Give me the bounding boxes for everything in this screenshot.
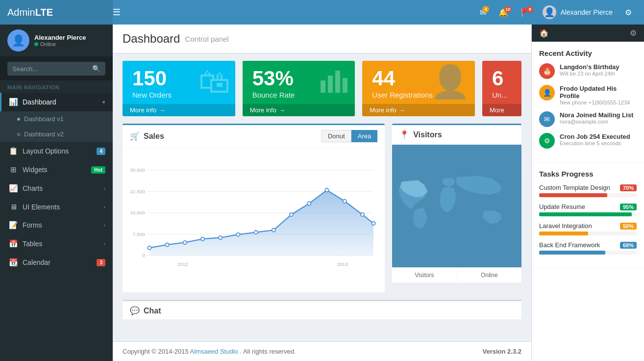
sidebar-status: Online xyxy=(34,41,86,47)
activity-birthday-sub: Will be 23 on April 24th xyxy=(560,71,637,77)
task-laravel-badge: 50% xyxy=(620,223,637,230)
info-box-reg-content: 44 User Registrations xyxy=(372,68,432,99)
svg-point-26 xyxy=(343,200,347,203)
sidebar-menu: 📊 Dashboard ▾ Dashboard v1 Dashboard v2 xyxy=(0,93,113,272)
visitors-map-box: 📍 Visitors xyxy=(392,124,521,283)
brand: AdminLTE xyxy=(0,0,113,25)
svg-point-21 xyxy=(254,231,257,234)
sidebar-label-dashboard: Dashboard xyxy=(23,98,98,106)
vis-number: 6 xyxy=(492,68,508,89)
page-title: Dashboard xyxy=(123,32,180,46)
gear-icon: ⚙ xyxy=(625,8,632,17)
messages-button[interactable]: ✉ 4 xyxy=(475,4,491,21)
chat-header: 💬 Chat xyxy=(123,301,521,319)
arrow-right-icon: → xyxy=(399,106,405,114)
cart-icon: 🛒 xyxy=(130,131,140,141)
visitors-map-header: 📍 Visitors xyxy=(392,125,521,145)
info-box-orders: 150 New Orders 🛍 More info → xyxy=(123,61,235,116)
left-sidebar: 👤 Alexander Pierce Online 🔍 MAIN NAVIGAT… xyxy=(0,25,113,361)
chat-title: 💬 Chat xyxy=(130,306,161,315)
bullet-icon xyxy=(17,133,20,136)
info-box-orders-inner: 150 New Orders 🛍 xyxy=(123,61,235,99)
calendar-badge: 3 xyxy=(97,259,105,266)
activity-cron-sub: Execution time 5 seconds xyxy=(560,140,637,146)
main-wrapper: 👤 Alexander Pierce Online 🔍 MAIN NAVIGAT… xyxy=(0,25,644,361)
footer-brand-link[interactable]: Almsaeed Studio xyxy=(190,348,238,355)
sidebar-item-calendar[interactable]: 📆 Calendar 3 xyxy=(0,253,113,272)
settings-button[interactable]: ⚙ xyxy=(620,4,637,21)
task-item-laravel: Laravel Integration 50% xyxy=(539,222,637,235)
bounce-more-info-button[interactable]: More info → xyxy=(243,104,355,116)
sidebar-item-dashboard-v2[interactable]: Dashboard v2 xyxy=(0,127,113,142)
activity-cron-title: Cron Job 254 Executed xyxy=(560,133,637,140)
sidebar-item-dashboard-v1[interactable]: Dashboard v1 xyxy=(0,111,113,127)
task-backend-badge: 68% xyxy=(620,242,637,249)
shopping-bag-icon: 🛍 xyxy=(198,63,230,100)
svg-rect-0 xyxy=(321,80,325,93)
layout-badge: 4 xyxy=(97,148,105,155)
task-item-template: Custom Template Design 70% xyxy=(539,184,637,197)
sidebar-item-forms[interactable]: 📝 Forms › xyxy=(0,216,113,234)
sidebar-item-dashboard[interactable]: 📊 Dashboard ▾ Dashboard v1 Dashboard v2 xyxy=(0,93,113,142)
alerts-button[interactable]: 🚩 9 xyxy=(516,4,535,21)
brand-text: AdminLTE xyxy=(7,7,53,18)
charts-row: 🛒 Sales Donut Area xyxy=(123,124,521,292)
calendar-icon: 📆 xyxy=(9,258,18,267)
activity-item-mailing: ✉ Nora Joined Mailing List nora@example.… xyxy=(539,111,637,127)
map-footer: Visitors Online xyxy=(392,267,521,283)
sidebar-label-layout: Layout Options xyxy=(23,147,92,155)
cron-icon: ⚙ xyxy=(539,133,555,149)
vis-more-info-button[interactable]: More xyxy=(482,104,521,116)
task-item-backend: Back End Framework 68% xyxy=(539,241,637,255)
sidebar-item-layout[interactable]: 📋 Layout Options 4 xyxy=(0,142,113,160)
right-sidebar-header: 🏠 ⚙ xyxy=(532,25,644,42)
forms-icon: 📝 xyxy=(9,221,18,230)
charts-icon: 📈 xyxy=(9,184,18,193)
ui-icon: 🖥 xyxy=(9,203,18,211)
svg-point-18 xyxy=(201,237,204,241)
orders-footer-label: More info xyxy=(130,106,156,114)
user-update-icon: 👤 xyxy=(539,85,555,101)
search-submit-button[interactable]: 🔍 xyxy=(87,62,105,76)
sales-chart-body: 30,000 22,500 15,000 7,500 0 xyxy=(123,148,385,292)
orders-more-info-button[interactable]: More info → xyxy=(123,104,235,116)
sidebar-item-tables[interactable]: 📅 Tables › xyxy=(0,234,113,253)
info-box-vis-content: 6 Un... xyxy=(492,68,508,99)
reg-number: 44 xyxy=(372,68,432,89)
info-box-reg-inner: 44 User Registrations 👤 xyxy=(362,61,475,99)
map-footer-visitors: Visitors xyxy=(392,268,457,283)
notifications-button[interactable]: 🔔 10 xyxy=(494,4,513,21)
task-laravel-progress xyxy=(539,232,637,235)
chat-box: 💬 Chat xyxy=(123,300,521,319)
sidebar-item-widgets[interactable]: ⊞ Widgets Hot xyxy=(0,160,113,179)
task-resume-label: Update Resume xyxy=(539,203,585,210)
donut-tab[interactable]: Donut xyxy=(322,130,351,142)
info-box-bounce: 53% Bounce Rate xyxy=(243,61,355,116)
search-input[interactable] xyxy=(7,62,87,76)
svg-text:2013: 2013 xyxy=(337,261,348,267)
search-input-wrap: 🔍 xyxy=(7,62,105,76)
activity-mailing-sub: nora@example.com xyxy=(560,119,637,125)
world-map-svg xyxy=(392,145,521,267)
reg-more-info-button[interactable]: More info → xyxy=(362,104,475,116)
task-backend-header: Back End Framework 68% xyxy=(539,241,637,249)
settings-gear-icon[interactable]: ⚙ xyxy=(630,28,637,38)
dashboard-icon: 📊 xyxy=(9,98,18,106)
svg-text:7,500: 7,500 xyxy=(133,232,145,237)
sidebar-toggle-button[interactable]: ☰ xyxy=(113,7,121,18)
sidebar-item-ui[interactable]: 🖥 UI Elements › xyxy=(0,198,113,216)
map-pin-icon: 📍 xyxy=(399,130,409,139)
area-tab[interactable]: Area xyxy=(351,130,377,142)
sales-chart-col: 🛒 Sales Donut Area xyxy=(123,124,385,292)
bullet-icon xyxy=(17,118,20,121)
svg-text:15,000: 15,000 xyxy=(130,210,145,215)
vis-footer-label: More xyxy=(490,106,504,114)
user-menu-button[interactable]: 👤 Alexander Pierce xyxy=(538,5,618,19)
page-subtitle: Control panel xyxy=(185,35,228,43)
task-backend-bar xyxy=(539,251,605,255)
task-resume-badge: 95% xyxy=(620,204,637,210)
chevron-right-icon: › xyxy=(103,204,105,210)
messages-badge: 4 xyxy=(482,6,489,13)
info-boxes-row: 150 New Orders 🛍 More info → 53% xyxy=(123,61,521,116)
sidebar-item-charts[interactable]: 📈 Charts › xyxy=(0,179,113,198)
